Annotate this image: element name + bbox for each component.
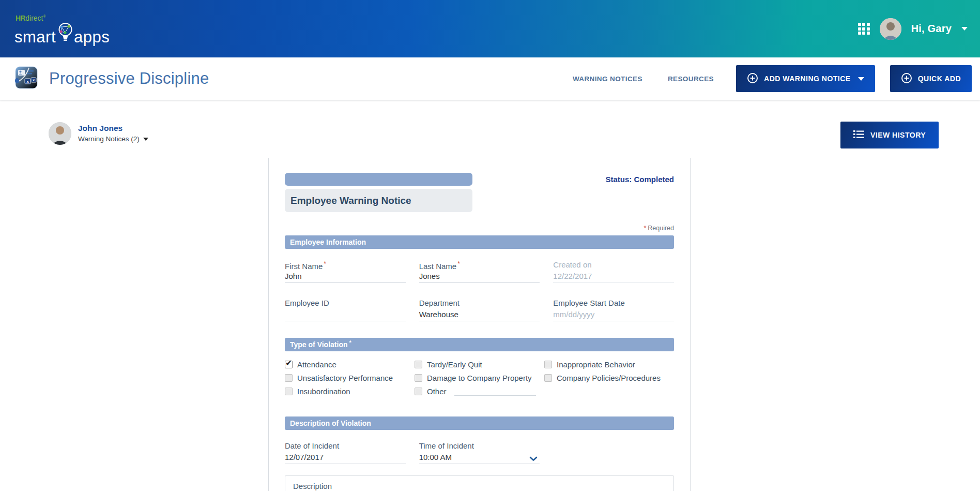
checkbox-inappropriate-behavior[interactable] [544,361,552,368]
form-tab-bar[interactable] [285,173,472,186]
start-date-input[interactable]: mm/dd/yyyy [553,310,674,321]
checkbox-label: Damage to Company Property [427,374,532,382]
brand-hr-text: HR [16,14,25,22]
field-department: Department Warehouse [419,299,540,321]
plus-circle-icon [747,72,758,85]
user-menu-caret-icon[interactable] [961,27,968,31]
checkbox-label: Other [427,387,447,396]
apps-grid-icon[interactable] [858,23,870,35]
checkbox-unsatisfactory-performance[interactable] [285,374,293,382]
checkbox-label: Attendance [297,360,336,369]
section-heading: Description of Violation [290,419,371,427]
list-icon [853,130,865,140]
quick-add-label: QUICK ADD [918,75,961,83]
first-name-input[interactable]: John [285,272,406,283]
required-asterisk: * [457,260,460,267]
required-note: *Required [285,225,674,232]
time-of-incident-label: Time of Incident [419,441,474,450]
chevron-down-icon[interactable] [529,454,538,463]
checkbox-other[interactable] [415,388,422,395]
required-asterisk: * [644,225,646,232]
nav-resources[interactable]: RESOURCES [668,75,714,83]
brand-apps-text: apps [74,29,110,45]
violation-checkbox-grid: ✔ Attendance Tardy/Early Quit Inappropri… [285,358,674,398]
time-of-incident-select[interactable]: 10:00 AM [419,453,540,464]
app-header: x x Progressive Discipline WARNING NOTIC… [0,57,980,100]
first-name-label: First Name [285,262,323,271]
field-first-name: First Name* John [285,260,406,283]
add-warning-notice-button[interactable]: ADD WARNING NOTICE [736,65,875,92]
created-on-label: Created on [553,260,591,269]
checkbox-label: Tardy/Early Quit [427,360,482,369]
required-asterisk: * [324,260,326,267]
checkmark-icon: ✔ [285,358,292,368]
warning-notice-form: Status: Completed Employee Warning Notic… [268,158,691,491]
checkbox-damage-to-company-property[interactable] [415,374,422,382]
brand-reg-mark: ® [43,14,45,18]
time-of-incident-value: 10:00 AM [419,453,452,462]
warning-notices-dropdown[interactable]: Warning Notices (2) [78,135,148,143]
field-date-of-incident: Date of Incident 12/07/2017 [285,441,406,464]
checkbox-label: Insubordination [297,387,350,396]
form-title-box: Employee Warning Notice [285,189,472,212]
section-heading: Type of Violation [290,340,348,349]
employee-id-input[interactable] [285,310,406,321]
employee-name[interactable]: John Jones [78,124,148,133]
nav-warning-notices[interactable]: WARNING NOTICES [573,75,642,83]
department-label: Department [419,299,460,307]
lightbulb-icon [57,22,73,46]
field-employee-start-date: Employee Start Date mm/dd/yyyy [553,299,674,321]
employee-context: John Jones Warning Notices (2) [49,122,148,145]
warning-notices-count: Warning Notices (2) [78,135,140,143]
start-date-label: Employee Start Date [553,299,624,307]
field-created-on: Created on 12/22/2017 [553,260,674,283]
add-warning-caret-icon [858,77,864,81]
chevron-down-icon [143,138,148,141]
brand-hrdirect: HRdirect® [16,13,110,22]
checkbox-tardy-early-quit[interactable] [415,361,422,368]
checkbox-label: Company Policies/Procedures [557,374,661,382]
user-greeting[interactable]: Hi, Gary [911,23,952,35]
quick-add-button[interactable]: QUICK ADD [890,65,972,92]
created-on-value: 12/22/2017 [553,272,674,283]
section-description-of-violation: Description of Violation [285,416,674,430]
checkbox-label: Inappropriate Behavior [557,360,635,369]
last-name-label: Last Name [419,262,457,271]
other-text-input[interactable] [454,387,536,396]
brand-direct-text: direct [25,14,43,22]
last-name-input[interactable]: Jones [419,272,540,283]
user-avatar[interactable] [880,18,901,40]
status-badge: Status: Completed [605,175,674,184]
svg-text:x: x [26,80,29,84]
description-label: Description [293,482,332,490]
employee-avatar[interactable] [49,122,71,145]
department-input[interactable]: Warehouse [419,310,540,321]
field-time-of-incident: Time of Incident 10:00 AM [419,441,540,464]
view-history-label: VIEW HISTORY [870,131,926,139]
checkbox-attendance[interactable]: ✔ [285,361,293,368]
checkbox-insubordination[interactable] [285,388,293,395]
employee-id-label: Employee ID [285,299,329,307]
section-employee-information: Employee Information [285,235,674,249]
field-employee-id: Employee ID [285,299,406,321]
required-label: Required [648,225,674,232]
top-navbar: HRdirect® smart apps [0,0,980,57]
section-type-of-violation: Type of Violation * [285,338,674,351]
form-title: Employee Warning Notice [290,195,411,206]
field-last-name: Last Name* Jones [419,260,540,283]
brand-smart-text: smart [14,29,56,45]
field-spacer [553,441,674,464]
checkbox-label: Unsatisfactory Performance [297,374,393,382]
checkbox-company-policies-procedures[interactable] [544,374,552,382]
page-title: Progressive Discipline [49,69,209,88]
plus-circle-icon [901,72,912,85]
brand-logo[interactable]: HRdirect® smart apps [14,13,110,45]
view-history-button[interactable]: VIEW HISTORY [840,122,939,148]
section-heading: Employee Information [290,238,366,246]
add-warning-notice-label: ADD WARNING NOTICE [764,75,851,83]
date-of-incident-input[interactable]: 12/07/2017 [285,453,406,464]
page-content: John Jones Warning Notices (2) VIEW HIST… [0,100,980,491]
description-textarea[interactable]: Description [285,475,674,491]
progressive-discipline-app-icon: x x [15,66,38,91]
required-asterisk: * [349,339,351,346]
